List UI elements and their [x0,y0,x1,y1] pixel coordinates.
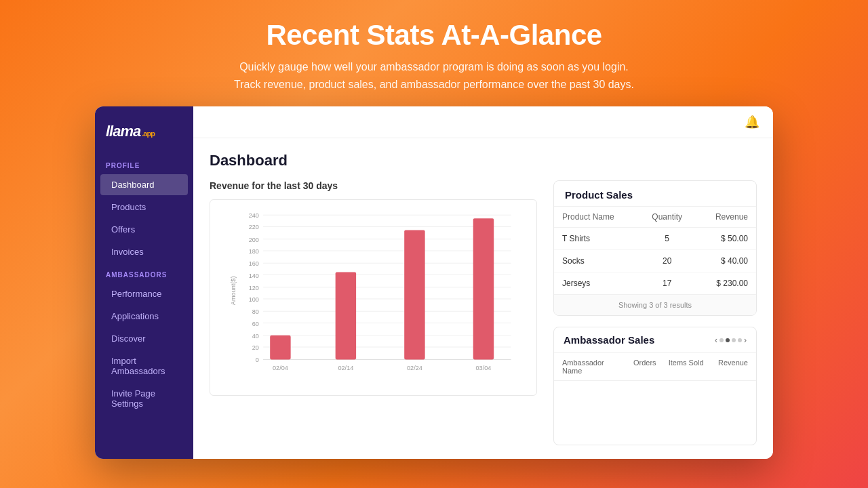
col-product-name: Product Name [554,207,638,228]
main-content: 🔔 Dashboard Revenue for the last 30 days [193,106,773,459]
product-revenue: $ 40.00 [696,250,756,272]
sidebar-item-products[interactable]: Products [100,197,188,218]
svg-text:20: 20 [252,344,259,351]
product-sales-title: Product Sales [554,181,756,207]
logo: llama.app [95,117,193,154]
table-row: T Shirts 5 $ 50.00 [554,228,756,250]
sidebar-item-applications[interactable]: Applications [100,306,188,327]
notification-bell-icon[interactable]: 🔔 [745,115,760,129]
svg-text:200: 200 [249,237,259,243]
main-heading: Recent Stats At-A-Glance [234,19,634,52]
bar-1 [270,336,290,360]
svg-text:80: 80 [252,309,259,316]
pagination: ‹ › [715,336,747,345]
prev-page-arrow[interactable]: ‹ [715,336,717,345]
right-panel: Product Sales Product Name Quantity Reve… [553,180,757,445]
svg-text:02/14: 02/14 [338,365,353,371]
bar-2 [336,272,356,360]
svg-text:60: 60 [252,321,259,327]
sidebar-item-discover[interactable]: Discover [100,328,188,349]
sidebar-item-performance[interactable]: Performance [100,283,188,304]
product-sales-table: Product Name Quantity Revenue T Shirts 5 [554,207,756,294]
svg-text:160: 160 [249,260,259,267]
svg-text:140: 140 [249,272,259,279]
product-name: Socks [554,250,638,272]
sidebar-item-offers[interactable]: Offers [100,219,188,240]
app-window: llama.app PROFILE Dashboard Products Off… [95,106,773,459]
bar-4 [473,218,494,359]
svg-text:0: 0 [256,357,259,364]
chart-container: 240 220 200 180 160 140 120 100 80 60 40… [210,199,537,396]
pagination-dot-2 [726,338,730,342]
ambassador-table-header: Ambassador Name Orders Items Sold Revenu… [554,353,756,381]
showing-results: Showing 3 of 3 results [554,294,756,315]
top-bar: 🔔 [193,106,773,138]
product-quantity: 5 [638,228,696,250]
svg-text:100: 100 [249,296,259,303]
product-revenue: $ 230.00 [696,272,756,295]
table-row: Socks 20 $ 40.00 [554,250,756,272]
bar-3 [404,230,425,360]
svg-text:02/24: 02/24 [407,365,422,371]
product-quantity: 17 [638,272,696,295]
svg-text:Amount($): Amount($) [230,277,237,306]
header-section: Recent Stats At-A-Glance Quickly gauge h… [220,0,648,106]
svg-text:02/04: 02/04 [273,365,288,371]
ambassador-sales-title: Ambassador Sales [564,334,654,346]
product-sales-table-wrapper: Product Name Quantity Revenue T Shirts 5 [554,207,756,315]
product-name: T Shirts [554,228,638,250]
ambassador-sales-card: Ambassador Sales ‹ › Ambassado [553,327,757,445]
sidebar-section-ambassadors: AMBASSADORS [95,263,193,283]
sidebar-section-profile: PROFILE [95,154,193,174]
sidebar-item-dashboard[interactable]: Dashboard [100,174,188,195]
svg-text:180: 180 [249,248,259,255]
content-area: Dashboard Revenue for the last 30 days 2… [193,138,773,459]
table-row: Jerseys 17 $ 230.00 [554,272,756,295]
ambassador-header: Ambassador Sales ‹ › [554,327,756,353]
sidebar-item-invite[interactable]: Invite Page Settings [100,383,188,414]
svg-text:40: 40 [252,333,259,340]
product-quantity: 20 [638,250,696,272]
sidebar-item-import[interactable]: Import Ambassadors [100,350,188,382]
col-ambassador-name: Ambassador Name [562,359,624,375]
pagination-dot-3 [732,338,736,342]
col-items-sold: Items Sold [665,359,707,375]
sidebar-item-invoices[interactable]: Invoices [100,241,188,262]
sidebar: llama.app PROFILE Dashboard Products Off… [95,106,193,459]
chart-title: Revenue for the last 30 days [210,180,537,191]
col-quantity: Quantity [638,207,696,228]
logo-text: llama.app [106,123,155,140]
pagination-dot-1 [719,338,724,342]
chart-section: Revenue for the last 30 days 240 220 200… [210,180,537,445]
svg-text:240: 240 [249,212,259,219]
pagination-dot-4 [738,338,742,342]
svg-text:120: 120 [249,285,259,291]
col-orders: Orders [624,359,665,375]
col-revenue: Revenue [707,359,748,375]
subtitle: Quickly gauge how well your ambassador p… [234,58,634,93]
svg-text:03/04: 03/04 [476,365,492,371]
product-revenue: $ 50.00 [696,228,756,250]
product-name: Jerseys [554,272,638,295]
col-revenue: Revenue [696,207,756,228]
dashboard-grid: Revenue for the last 30 days 240 220 200… [210,180,757,445]
revenue-chart: 240 220 200 180 160 140 120 100 80 60 40… [221,208,526,387]
svg-text:220: 220 [249,224,259,231]
next-page-arrow[interactable]: › [744,336,747,345]
table-header-row: Product Name Quantity Revenue [554,207,756,228]
product-sales-card: Product Sales Product Name Quantity Reve… [553,180,757,316]
page-title: Dashboard [210,152,757,169]
